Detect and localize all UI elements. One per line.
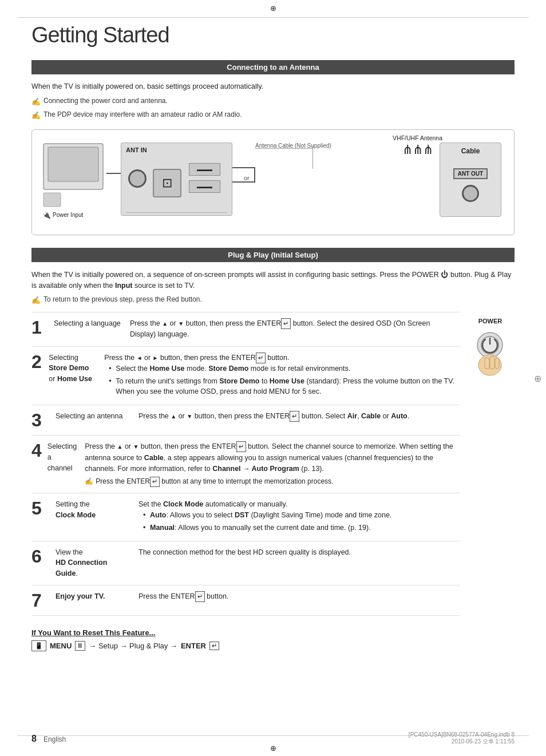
enter-icon-1: ↵ <box>281 318 291 329</box>
step-2-bullet-1: Select the Home Use mode. Store Demo mod… <box>109 363 458 374</box>
top-rule <box>17 17 529 18</box>
step-3-num: 3 <box>31 405 53 435</box>
antenna-symbol: ⋔⋔⋔ <box>393 143 442 157</box>
power-button-svg <box>469 328 512 377</box>
enter-icon-4b: ↵ <box>150 477 160 486</box>
step-2: 2 Selecting Store Demoor Home Use Press … <box>31 347 460 406</box>
step-2-title: Selecting Store Demoor Home Use <box>46 347 102 405</box>
ant-out-circle <box>462 185 479 202</box>
step-5-bullet-2: Manual: Allows you to manually set the c… <box>143 523 391 533</box>
tv-svg <box>42 143 104 210</box>
menu-icon-box: Ⅲ <box>75 641 85 651</box>
line-v <box>254 167 255 183</box>
step-1-title: Selecting a language <box>52 312 128 346</box>
antenna-note1: ✍ Connecting the power cord and antenna. <box>31 96 515 108</box>
step-1-content: Press the or button, then press the ENTE… <box>128 312 460 346</box>
section-plugplay: Plug & Play (Initial Setup) When the TV … <box>31 248 515 651</box>
cable-label-line <box>255 148 312 149</box>
note-icon-2: ✍ <box>31 110 41 121</box>
page-title: Getting Started <box>31 23 515 48</box>
antenna-intro: When the TV is initially powered on, bas… <box>31 81 515 92</box>
page-number: 8 <box>31 734 37 744</box>
footer-filename: [PC450-USA]BN68-02577A-04Eng.indb 8 <box>409 731 515 738</box>
step-6: 6 View theHD Connection Guide. The conne… <box>31 541 460 585</box>
step-6-content: The connection method for the best HD sc… <box>136 541 353 585</box>
svg-rect-8 <box>485 358 489 369</box>
antenna-diagram: 🔌 Power Input ANT IN ▬▬▬ ▬▬▬ ⊡ <box>31 129 515 235</box>
remote-icon: 📱 <box>35 642 43 650</box>
power-symbol: ⏻ <box>441 270 450 279</box>
enter-icon-2: ↵ <box>256 353 266 363</box>
footer-date: 2010-06-23 오후 1:11:55 <box>452 738 515 746</box>
step-2-num: 2 <box>31 347 46 405</box>
or-text: or <box>244 175 250 181</box>
step-4-num: 4 <box>31 436 45 493</box>
power-input-label: 🔌 Power Input <box>42 211 83 219</box>
menu-icon-container: 📱 <box>31 640 46 651</box>
port-group: ▬▬▬ ▬▬▬ <box>189 163 220 193</box>
top-compass-icon: ⊕ <box>267 2 279 14</box>
step-7-num: 7 <box>31 585 53 615</box>
step-6-num: 6 <box>31 541 53 585</box>
step-2-content: Press the or button, then press the ENTE… <box>102 347 460 405</box>
step-4-content: Press the or button, then press the ENTE… <box>82 436 460 493</box>
ant-out-label: ANT OUT <box>453 168 488 179</box>
cable-label-vline <box>312 146 313 169</box>
step-3-title: Selecting an antenna <box>53 405 136 435</box>
enter-icon-4: ↵ <box>236 441 246 452</box>
plugplay-intro: When the TV is initially powered on, a s… <box>31 269 515 291</box>
step-5-title: Setting theClock Mode <box>53 493 136 541</box>
step-5-bullets: Auto: Allows you to select DST (Daylight… <box>139 510 391 533</box>
path-text: → Setup → Plug & Play → <box>89 642 177 650</box>
antenna-note2: ✍ The PDP device may interfere with an a… <box>31 109 515 121</box>
note-icon-3: ✍ <box>31 295 41 306</box>
step-5-content: Set the Clock Mode automatically or manu… <box>136 493 394 541</box>
menu-text: MENU <box>50 642 72 650</box>
steps-area: 1 Selecting a language Press the or butt… <box>31 312 515 616</box>
step-2-bullet-2: To return the unit's settings from Store… <box>109 376 458 398</box>
section-plugplay-header: Plug & Play (Initial Setup) <box>31 248 515 262</box>
step-3: 3 Selecting an antenna Press the or butt… <box>31 405 460 436</box>
section-antenna: Connecting to an Antenna When the TV is … <box>31 60 515 235</box>
ant-in-label: ANT IN <box>126 147 147 153</box>
connector-box: ANT IN ▬▬▬ ▬▬▬ ⊡ <box>121 143 232 216</box>
step-5: 5 Setting theClock Mode Set the Clock Mo… <box>31 493 460 541</box>
step-7-content: Press the ENTER↵ button. <box>136 585 231 615</box>
page-footer: 8 English [PC450-USA]BN68-02577A-04Eng.i… <box>31 731 515 746</box>
power-label: POWER <box>478 318 503 324</box>
steps-list: 1 Selecting a language Press the or butt… <box>31 312 460 616</box>
step-7: 7 Enjoy your TV. Press the ENTER↵ button… <box>31 585 460 616</box>
vhf-label: VHF/UHF Antenna ⋔⋔⋔ <box>393 134 442 157</box>
page-container: ⊕ ⊕ ⊕ Getting Started Connecting to an A… <box>0 0 546 756</box>
footer-right: [PC450-USA]BN68-02577A-04Eng.indb 8 2010… <box>409 731 515 746</box>
tv-device: 🔌 Power Input <box>42 143 104 210</box>
enter-icon-final: ↵ <box>209 642 219 650</box>
enter-icon-3: ↵ <box>290 411 299 422</box>
power-button-area: POWER <box>466 312 515 377</box>
step-3-content: Press the or button, then press the ENTE… <box>136 405 412 435</box>
line-mid2 <box>232 181 255 183</box>
plugplay-note: ✍ To return to the previous step, press … <box>31 294 515 306</box>
step-7-title: Enjoy your TV. <box>53 585 136 615</box>
connector-circle <box>128 169 147 188</box>
reset-section: If You Want to Reset This Feature... 📱 M… <box>31 628 515 651</box>
connector-bottom-line <box>126 212 227 213</box>
svg-rect-9 <box>490 357 494 369</box>
line-left <box>106 173 121 174</box>
step-4-title: Selecting a channel <box>45 436 82 493</box>
svg-rect-1 <box>48 147 98 181</box>
cable-label: Cable <box>461 147 480 155</box>
enter-final: ENTER <box>181 642 206 650</box>
note-icon-1: ✍ <box>31 96 41 108</box>
step-4-note: ✍ Press the ENTER↵ button at any time to… <box>85 477 458 487</box>
reset-title: If You Want to Reset This Feature... <box>31 628 515 637</box>
section-antenna-header: Connecting to an Antenna <box>31 60 515 74</box>
svg-rect-4 <box>43 193 61 207</box>
step-4: 4 Selecting a channel Press the or butto… <box>31 436 460 493</box>
step-5-num: 5 <box>31 493 53 541</box>
step-2-bullets: Select the Home Use mode. Store Demo mod… <box>104 363 458 397</box>
note-icon-4: ✍ <box>85 477 93 486</box>
step-6-title: View theHD Connection Guide. <box>53 541 136 585</box>
step-1: 1 Selecting a language Press the or butt… <box>31 312 460 347</box>
footer-left: 8 English <box>31 734 66 744</box>
